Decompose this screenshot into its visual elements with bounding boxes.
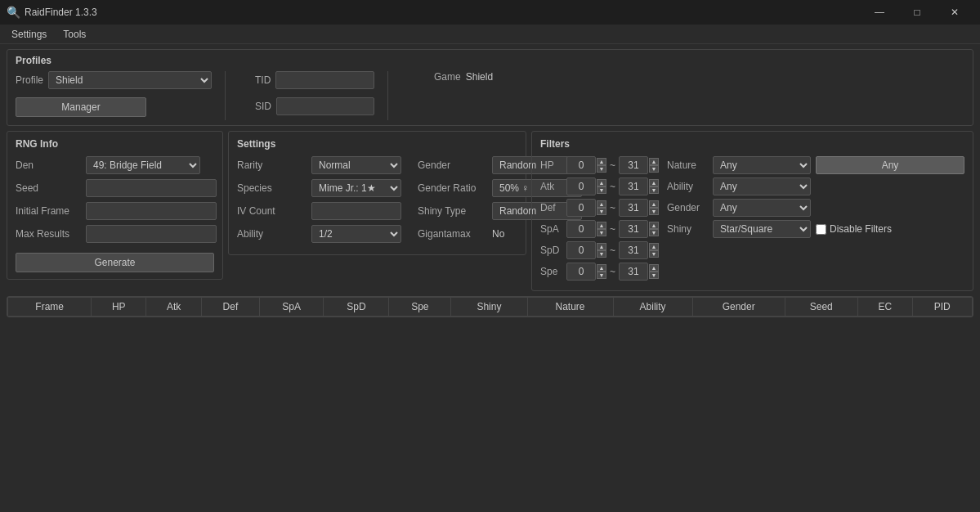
spe-min-spinners: ▲ ▼ — [597, 264, 606, 279]
gender-ratio-label: Gender Ratio — [418, 182, 487, 194]
hp-row: HP ▲ ▼ ~ — [540, 156, 659, 174]
col-gender: Gender — [692, 298, 785, 317]
spd-max-input[interactable] — [619, 241, 648, 259]
col-pid: PID — [912, 298, 972, 317]
spa-max-down[interactable]: ▼ — [649, 229, 659, 236]
atk-max-input[interactable] — [619, 177, 648, 195]
atk-min-input[interactable] — [566, 177, 596, 195]
def-max-input[interactable] — [619, 199, 648, 217]
tid-input[interactable]: 12345 — [275, 71, 374, 89]
spd-min-down[interactable]: ▼ — [597, 250, 606, 258]
hp-min-down[interactable]: ▼ — [597, 165, 606, 173]
spa-label: SpA — [540, 223, 563, 235]
iv-count-input[interactable]: 1 — [311, 202, 401, 220]
species-select[interactable]: Mime Jr.: 1★ — [311, 179, 401, 197]
spd-row: SpD ▲ ▼ ~ — [540, 241, 659, 259]
atk-max-down[interactable]: ▼ — [649, 186, 659, 194]
filters-column: Filters HP ▲ ▼ — [531, 131, 973, 291]
spd-max-wrap: ▲ ▼ — [619, 241, 659, 259]
atk-max-up[interactable]: ▲ — [649, 179, 659, 186]
minimize-button[interactable]: — — [861, 0, 898, 25]
spe-max-down[interactable]: ▼ — [649, 272, 659, 279]
def-min-down[interactable]: ▼ — [597, 208, 606, 215]
spa-min-up[interactable]: ▲ — [597, 222, 606, 229]
profile-field-row: Profile Shield — [16, 71, 212, 89]
col-seed: Seed — [785, 298, 857, 317]
spa-min-down[interactable]: ▼ — [597, 229, 606, 236]
hp-max-wrap: ▲ ▼ — [619, 156, 659, 174]
spe-min-input[interactable] — [566, 263, 596, 281]
col-hp: HP — [92, 298, 146, 317]
titlebar-controls: — □ ✕ — [861, 0, 973, 25]
initial-frame-input[interactable]: 1 — [86, 202, 217, 220]
settings-title: Settings — [237, 138, 517, 150]
hp-min-input[interactable] — [566, 156, 596, 174]
spa-max-input[interactable] — [619, 220, 648, 238]
seed-input[interactable]: cfa738978afdfb33 — [86, 179, 217, 197]
nature-select[interactable]: Any — [713, 156, 811, 174]
rarity-select[interactable]: Normal Rare — [311, 156, 401, 174]
spe-min-down[interactable]: ▼ — [597, 272, 606, 279]
hp-max-up[interactable]: ▲ — [649, 158, 659, 165]
spe-min-wrap: ▲ ▼ — [566, 263, 606, 281]
atk-min-up[interactable]: ▲ — [597, 179, 606, 186]
results-table: Frame HP Atk Def SpA SpD Spe Shiny Natur… — [7, 297, 973, 317]
tid-row: TID 12345 — [255, 71, 374, 89]
menu-tools[interactable]: Tools — [55, 27, 94, 42]
initial-frame-row: Initial Frame 1 — [16, 202, 214, 220]
close-button[interactable]: ✕ — [936, 0, 973, 25]
def-max-wrap: ▲ ▼ — [619, 199, 659, 217]
sid-row: SID 54321 — [255, 97, 374, 115]
atk-min-down[interactable]: ▼ — [597, 186, 606, 194]
spa-min-input[interactable] — [566, 220, 596, 238]
rng-info-title: RNG Info — [16, 138, 214, 150]
shiny-filter-select[interactable]: Star/Square Star Square None — [713, 220, 811, 238]
profile-select[interactable]: Shield — [48, 71, 212, 89]
disable-filters-checkbox[interactable] — [816, 224, 826, 235]
hp-min-up[interactable]: ▲ — [597, 158, 606, 165]
rng-info-column: RNG Info Den 49: Bridge Field Seed cfa73… — [7, 131, 223, 291]
generate-button[interactable]: Generate — [16, 253, 214, 272]
def-min-input[interactable] — [566, 199, 596, 217]
profile-label: Profile — [16, 74, 43, 86]
col-frame: Frame — [8, 298, 92, 317]
def-tilde: ~ — [610, 202, 615, 213]
ability-filter-select[interactable]: Any — [713, 177, 811, 195]
spd-min-up[interactable]: ▲ — [597, 243, 606, 250]
def-min-up[interactable]: ▲ — [597, 200, 606, 208]
ability-label: Ability — [237, 228, 307, 240]
den-select[interactable]: 49: Bridge Field — [86, 156, 200, 174]
spd-max-down[interactable]: ▼ — [649, 250, 659, 258]
shiny-filter-row: Shiny Star/Square Star Square None Disab… — [667, 220, 964, 238]
max-results-input[interactable]: 10000 — [86, 225, 217, 243]
spd-min-input[interactable] — [566, 241, 596, 259]
rarity-label: Rarity — [237, 159, 307, 171]
profile-game: Game Shield — [434, 71, 493, 88]
ability-item: Ability 1/2 — [237, 225, 401, 243]
col-ability: Ability — [613, 298, 692, 317]
gender-filter-label: Gender — [667, 202, 708, 213]
hp-max-input[interactable] — [619, 156, 648, 174]
spd-max-up[interactable]: ▲ — [649, 243, 659, 250]
spe-max-up[interactable]: ▲ — [649, 264, 659, 272]
sid-input[interactable]: 54321 — [276, 97, 374, 115]
spe-min-up[interactable]: ▲ — [597, 264, 606, 272]
hp-max-down[interactable]: ▼ — [649, 165, 659, 173]
spe-max-input[interactable] — [619, 263, 648, 281]
spd-label: SpD — [540, 245, 563, 256]
menu-settings[interactable]: Settings — [3, 27, 55, 42]
results-header: Frame HP Atk Def SpA SpD Spe Shiny Natur… — [8, 298, 973, 317]
def-max-up[interactable]: ▲ — [649, 200, 659, 208]
def-max-down[interactable]: ▼ — [649, 208, 659, 215]
manager-button[interactable]: Manager — [16, 97, 146, 117]
col-atk: Atk — [146, 298, 202, 317]
hp-label: HP — [540, 159, 563, 171]
maximize-button[interactable]: □ — [898, 0, 936, 25]
ability-select[interactable]: 1/2 — [311, 225, 401, 243]
spa-max-wrap: ▲ ▼ — [619, 220, 659, 238]
app-title: RaidFinder 1.3.3 — [25, 7, 861, 18]
gender-filter-select[interactable]: Any Male Female — [713, 199, 811, 217]
spa-max-up[interactable]: ▲ — [649, 222, 659, 229]
spe-tilde: ~ — [610, 266, 615, 277]
any-button[interactable]: Any — [816, 156, 964, 174]
